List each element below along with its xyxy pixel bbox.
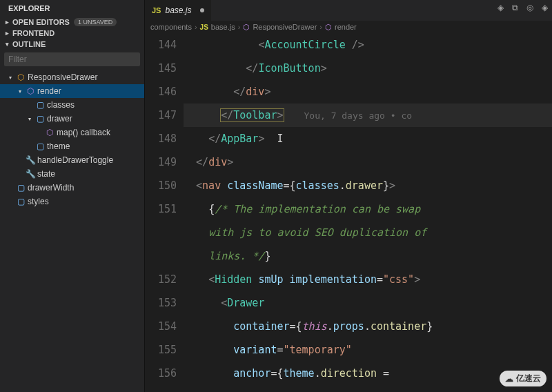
line-number: 147 (145, 104, 177, 127)
outline-item-label: styles (28, 197, 49, 206)
chevron-right-icon: ▸ (3, 19, 11, 26)
field-icon: ▢ (35, 114, 45, 124)
modified-dot-icon (200, 8, 204, 12)
chevron-icon: ▾ (26, 116, 33, 122)
frontend-section[interactable]: ▸ FRONTEND (0, 28, 144, 39)
outline-item-handledrawertoggle[interactable]: 🔧handleDrawerToggle (0, 153, 144, 167)
chevron-icon: ▾ (7, 75, 14, 81)
outline-item-drawerwidth[interactable]: ▢drawerWidth (0, 181, 144, 195)
explorer-header: EXPLORER (0, 0, 144, 17)
code-lines[interactable]: <AccountCircle /> </IconButton> </div> <… (184, 33, 552, 392)
preview-icon[interactable]: ◎ (526, 3, 533, 12)
js-file-icon: JS (200, 23, 208, 31)
open-editors-section[interactable]: ▸ OPEN EDITORS 1 UNSAVED (0, 17, 144, 28)
line-number: 154 (145, 315, 177, 338)
code-editor[interactable]: 144145146147148149150151152153154155156 … (145, 33, 552, 392)
more-icon[interactable]: ◈ (542, 3, 548, 12)
chevron-down-icon: ▾ (3, 41, 11, 48)
chevron-right-icon: › (195, 23, 197, 31)
outline-tree: ▾⬡ResponsiveDrawer▾⬡render▢classes▾▢draw… (0, 69, 144, 210)
tab-label: base.js (165, 6, 191, 15)
watermark-badge: ☁ 亿速云 (500, 371, 546, 386)
outline-item-label: classes (47, 100, 75, 110)
git-lens: You, 7 days ago • co (304, 110, 413, 121)
line-number: 153 (145, 291, 177, 315)
chevron-right-icon: ▸ (3, 30, 11, 37)
prop-icon: 🔧 (26, 155, 35, 165)
chevron-icon: ▾ (17, 88, 23, 95)
line-number: 152 (145, 268, 177, 291)
outline-item-label: drawer (47, 114, 72, 124)
line-number: 145 (145, 57, 177, 80)
editor-tabs: JS base.js (145, 0, 552, 21)
prop-icon: 🔧 (26, 169, 35, 179)
line-number: 150 (145, 174, 177, 197)
outline-filter-input[interactable] (4, 52, 140, 66)
outline-item-classes[interactable]: ▢classes (0, 98, 144, 112)
explorer-sidebar: EXPLORER ▸ OPEN EDITORS 1 UNSAVED ▸ FRON… (0, 0, 145, 392)
line-gutter: 144145146147148149150151152153154155156 (145, 33, 184, 392)
line-number (145, 244, 177, 268)
editor-area: ◈ ⧉ ◎ ◈ JS base.js components › JS base.… (145, 0, 552, 392)
active-line: </Toolbar>You, 7 days ago • co (184, 104, 552, 127)
field-icon: ▢ (16, 183, 26, 193)
outline-section[interactable]: ▾ OUTLINE (0, 39, 144, 50)
method-icon: ⬡ (45, 128, 55, 137)
outline-item-label: render (37, 86, 61, 96)
bc-class[interactable]: ResponsiveDrawer (253, 23, 317, 31)
bc-folder[interactable]: components (150, 23, 192, 31)
outline-item-label: drawerWidth (28, 183, 74, 193)
outline-item-label: map() callback (57, 128, 110, 137)
outline-item-render[interactable]: ▾⬡render (0, 84, 144, 98)
cursor-icon: I (277, 133, 283, 145)
chevron-right-icon: › (319, 23, 322, 31)
outline-item-label: state (37, 169, 55, 179)
line-number: 148 (145, 127, 177, 150)
split-icon[interactable]: ⧉ (512, 3, 518, 12)
open-editors-label: OPEN EDITORS (12, 18, 70, 26)
js-file-icon: JS (152, 6, 161, 14)
outline-item-theme[interactable]: ▢theme (0, 139, 144, 153)
unsaved-badge: 1 UNSAVED (74, 18, 117, 26)
outline-item-map-callback[interactable]: ⬡map() callback (0, 126, 144, 139)
diff-icon[interactable]: ◈ (497, 3, 504, 12)
line-number: 156 (145, 362, 177, 385)
field-icon: ▢ (35, 100, 45, 110)
tab-base-js[interactable]: JS base.js (145, 0, 211, 21)
bc-file[interactable]: base.js (211, 23, 235, 31)
outline-item-styles[interactable]: ▢styles (0, 195, 144, 208)
cloud-icon: ☁ (505, 374, 513, 384)
line-number: 144 (145, 33, 177, 57)
line-number: 155 (145, 338, 177, 362)
frontend-label: FRONTEND (12, 29, 55, 37)
bc-method[interactable]: render (335, 23, 357, 31)
outline-item-label: handleDrawerToggle (37, 155, 113, 165)
field-icon: ▢ (16, 197, 26, 206)
breadcrumb[interactable]: components › JS base.js › ⬡ ResponsiveDr… (145, 21, 552, 33)
outline-item-label: theme (47, 141, 70, 151)
cube-icon: ⬡ (325, 23, 332, 32)
field-icon: ▢ (35, 141, 45, 151)
chevron-right-icon: › (238, 23, 241, 31)
editor-title-actions: ◈ ⧉ ◎ ◈ (497, 3, 548, 12)
outline-label: OUTLINE (12, 40, 46, 48)
outline-item-label: ResponsiveDrawer (28, 72, 97, 82)
line-number: 149 (145, 150, 177, 174)
line-number: 146 (145, 80, 177, 104)
method-icon: ⬡ (26, 86, 35, 96)
outline-item-drawer[interactable]: ▾▢drawer (0, 112, 144, 126)
class-icon: ⬡ (16, 72, 26, 82)
outline-item-responsivedrawer[interactable]: ▾⬡ResponsiveDrawer (0, 70, 144, 84)
outline-item-state[interactable]: 🔧state (0, 167, 144, 181)
line-number (145, 221, 177, 244)
line-number: 151 (145, 197, 177, 221)
cube-icon: ⬡ (243, 23, 250, 32)
